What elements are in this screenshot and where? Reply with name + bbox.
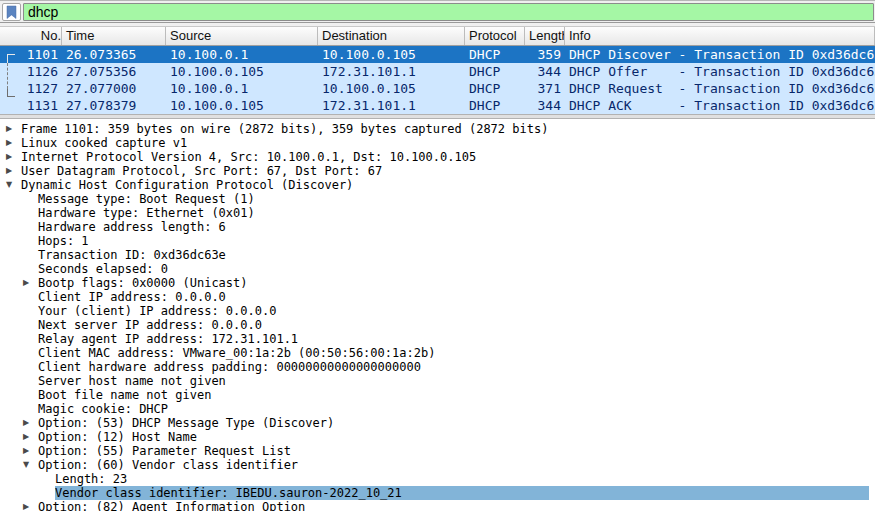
detail-row[interactable]: ▶Linux cooked capture v1 (0, 136, 875, 150)
detail-text: Hardware type: Ethernet (0x01) (38, 206, 255, 220)
detail-row[interactable]: ▶Option: (53) DHCP Message Type (Discove… (0, 416, 875, 430)
collapse-icon[interactable]: ▼ (20, 458, 32, 472)
expand-icon[interactable]: ▶ (20, 416, 32, 430)
detail-row[interactable]: ▶User Datagram Protocol, Src Port: 67, D… (0, 164, 875, 178)
detail-text: Hops: 1 (38, 234, 89, 248)
packet-cell-length: 359 (525, 46, 565, 63)
detail-row[interactable]: Next server IP address: 0.0.0.0 (0, 318, 875, 332)
detail-text: Server host name not given (38, 374, 226, 388)
detail-text: Magic cookie: DHCP (38, 402, 168, 416)
detail-text: Message type: Boot Request (1) (38, 192, 255, 206)
detail-text: Hardware address length: 6 (38, 220, 226, 234)
detail-row[interactable]: Hardware address length: 6 (0, 220, 875, 234)
packet-row[interactable]: 112727.07700010.100.0.110.100.0.105DHCP3… (0, 80, 875, 97)
column-header-destination[interactable]: Destination (318, 27, 465, 45)
column-header-no[interactable]: No. (0, 27, 62, 45)
packet-cell-length: 371 (525, 80, 565, 97)
detail-row[interactable]: Hardware type: Ethernet (0x01) (0, 206, 875, 220)
packet-cell-time: 27.078379 (62, 97, 166, 114)
detail-row[interactable]: Server host name not given (0, 374, 875, 388)
detail-row[interactable]: ▶Option: (12) Host Name (0, 430, 875, 444)
detail-row[interactable]: Your (client) IP address: 0.0.0.0 (0, 304, 875, 318)
packet-cell-info: DHCP Request - Transaction ID 0xd36dc63e (565, 80, 875, 97)
detail-text: Client MAC address: VMware_00:1a:2b (00:… (38, 346, 435, 360)
packet-cell-length: 344 (525, 97, 565, 114)
packet-list: 110126.07336510.100.0.110.100.0.105DHCP3… (0, 46, 875, 114)
column-header-protocol[interactable]: Protocol (465, 27, 525, 45)
packet-cell-no: 1101 (0, 46, 62, 63)
detail-text: Option: (53) DHCP Message Type (Discover… (38, 416, 334, 430)
detail-text: Relay agent IP address: 172.31.101.1 (38, 332, 298, 346)
column-header-length[interactable]: Length (525, 27, 565, 45)
packet-cell-time: 27.075356 (62, 63, 166, 80)
detail-text: Vendor class identifier: IBEDU.sauron-20… (55, 486, 402, 500)
packet-cell-no: 1126 (0, 63, 62, 80)
collapse-icon[interactable]: ▼ (3, 178, 15, 192)
packet-cell-time: 27.077000 (62, 80, 166, 97)
detail-text: Frame 1101: 359 bytes on wire (2872 bits… (21, 122, 548, 136)
detail-row[interactable]: ▼Option: (60) Vendor class identifier (0, 458, 875, 472)
packet-cell-length: 344 (525, 63, 565, 80)
packet-cell-no: 1127 (0, 80, 62, 97)
detail-text: Internet Protocol Version 4, Src: 10.100… (21, 150, 476, 164)
bookmark-icon (6, 5, 17, 19)
detail-text: Your (client) IP address: 0.0.0.0 (38, 304, 276, 318)
detail-text: Client hardware address padding: 0000000… (38, 360, 421, 374)
packet-cell-info: DHCP Discover - Transaction ID 0xd36dc63… (565, 46, 875, 63)
packet-row[interactable]: 110126.07336510.100.0.110.100.0.105DHCP3… (0, 46, 875, 63)
display-filter-input[interactable] (23, 3, 874, 21)
detail-text: Next server IP address: 0.0.0.0 (38, 318, 262, 332)
packet-row[interactable]: 113127.07837910.100.0.105172.31.101.1DHC… (0, 97, 875, 114)
detail-row[interactable]: Hops: 1 (0, 234, 875, 248)
packet-cell-destination: 172.31.101.1 (318, 63, 465, 80)
detail-text: Client IP address: 0.0.0.0 (38, 290, 226, 304)
detail-row[interactable]: ▶Bootp flags: 0x0000 (Unicast) (0, 276, 875, 290)
detail-row[interactable]: Client IP address: 0.0.0.0 (0, 290, 875, 304)
packet-cell-destination: 10.100.0.105 (318, 80, 465, 97)
packet-cell-no: 1131 (0, 97, 62, 114)
packet-row[interactable]: 112627.07535610.100.0.105172.31.101.1DHC… (0, 63, 875, 80)
detail-text: Option: (55) Parameter Request List (38, 444, 291, 458)
detail-row[interactable]: ▶Frame 1101: 359 bytes on wire (2872 bit… (0, 122, 875, 136)
detail-row[interactable]: Transaction ID: 0xd36dc63e (0, 248, 875, 262)
detail-text: Option: (60) Vendor class identifier (38, 458, 298, 472)
packet-cell-protocol: DHCP (465, 63, 525, 80)
detail-row[interactable]: Message type: Boot Request (1) (0, 192, 875, 206)
detail-row[interactable]: Length: 23 (0, 472, 875, 486)
expand-icon[interactable]: ▶ (3, 136, 15, 150)
column-header-time[interactable]: Time (62, 27, 166, 45)
detail-row[interactable]: ▶Option: (55) Parameter Request List (0, 444, 875, 458)
column-header-info[interactable]: Info (565, 27, 875, 45)
filter-bookmark-button[interactable] (2, 3, 21, 21)
detail-text: Transaction ID: 0xd36dc63e (38, 248, 226, 262)
packet-cell-info: DHCP ACK - Transaction ID 0xd36dc63e (565, 97, 875, 114)
expand-icon[interactable]: ▶ (3, 164, 15, 178)
detail-row[interactable]: ▶Internet Protocol Version 4, Src: 10.10… (0, 150, 875, 164)
expand-icon[interactable]: ▶ (20, 500, 32, 511)
detail-text: Bootp flags: 0x0000 (Unicast) (38, 276, 248, 290)
detail-row[interactable]: Seconds elapsed: 0 (0, 262, 875, 276)
expand-icon[interactable]: ▶ (20, 444, 32, 458)
display-filter-bar (0, 1, 875, 23)
expand-icon[interactable]: ▶ (3, 122, 15, 136)
expand-icon[interactable]: ▶ (20, 276, 32, 290)
detail-text: Boot file name not given (38, 388, 211, 402)
detail-row[interactable]: Boot file name not given (0, 388, 875, 402)
detail-text: User Datagram Protocol, Src Port: 67, Ds… (21, 164, 382, 178)
detail-row[interactable]: Magic cookie: DHCP (0, 402, 875, 416)
expand-icon[interactable]: ▶ (20, 430, 32, 444)
detail-row[interactable]: ▶Option: (82) Agent Information Option (0, 500, 875, 511)
column-header-source[interactable]: Source (166, 27, 318, 45)
detail-row-selected[interactable]: Vendor class identifier: IBEDU.sauron-20… (0, 486, 869, 500)
packet-cell-time: 26.073365 (62, 46, 166, 63)
detail-text: Linux cooked capture v1 (21, 136, 187, 150)
packet-cell-source: 10.100.0.1 (166, 46, 318, 63)
detail-row[interactable]: Client hardware address padding: 0000000… (0, 360, 875, 374)
detail-text: Seconds elapsed: 0 (38, 262, 168, 276)
expand-icon[interactable]: ▶ (3, 150, 15, 164)
detail-row[interactable]: ▼Dynamic Host Configuration Protocol (Di… (0, 178, 875, 192)
packet-cell-destination: 10.100.0.105 (318, 46, 465, 63)
packet-cell-source: 10.100.0.105 (166, 97, 318, 114)
detail-row[interactable]: Client MAC address: VMware_00:1a:2b (00:… (0, 346, 875, 360)
detail-row[interactable]: Relay agent IP address: 172.31.101.1 (0, 332, 875, 346)
